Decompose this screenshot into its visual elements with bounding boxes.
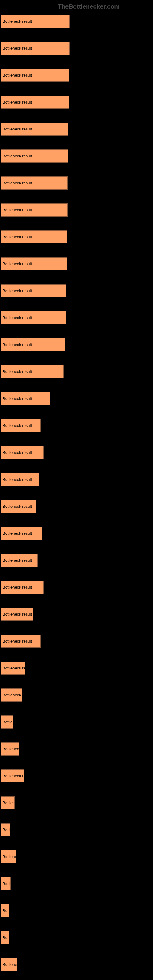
bar-row: Bottleneck result bbox=[1, 419, 153, 432]
bar: Bottleneck result bbox=[1, 365, 64, 378]
bar-label: Bottleneck result bbox=[2, 827, 10, 832]
bar-label: Bottleneck result bbox=[2, 908, 10, 913]
bar-label: Bottleneck result bbox=[2, 369, 32, 374]
bar: Bottleneck result bbox=[1, 500, 36, 513]
bar-row: Bottleneck result bbox=[1, 742, 153, 756]
bar-label: Bottleneck result bbox=[2, 315, 32, 320]
bar: Bottleneck result bbox=[1, 419, 41, 432]
bar-label: Bottleneck result bbox=[2, 531, 32, 536]
bar: Bottleneck result bbox=[1, 473, 39, 486]
bar: Bottleneck result bbox=[1, 689, 22, 702]
bar-label: Bottleneck result bbox=[2, 558, 32, 563]
bar-chart: Bottleneck resultBottleneck resultBottle… bbox=[0, 15, 153, 971]
bar-row: Bottleneck result bbox=[1, 230, 153, 243]
bar-row: Bottleneck result bbox=[1, 338, 153, 351]
bar-label: Bottleneck result bbox=[2, 154, 32, 158]
bar: Bottleneck result bbox=[1, 257, 67, 270]
bar-row: Bottleneck result bbox=[1, 150, 153, 162]
bar: Bottleneck result bbox=[1, 392, 50, 405]
bar: Bottleneck result bbox=[1, 958, 17, 971]
bar: Bottleneck result bbox=[1, 446, 44, 459]
bar-row: Bottleneck result bbox=[1, 365, 153, 378]
bar-row: Bottleneck result bbox=[1, 608, 153, 621]
bar-label: Bottleneck result bbox=[2, 720, 13, 724]
bar-label: Bottleneck result bbox=[2, 935, 10, 940]
bar: Bottleneck result bbox=[1, 877, 11, 890]
bar: Bottleneck result bbox=[1, 715, 13, 729]
bar-row: Bottleneck result bbox=[1, 823, 153, 836]
bar: Bottleneck result bbox=[1, 581, 44, 594]
bar-row: Bottleneck result bbox=[1, 257, 153, 270]
bar-label: Bottleneck result bbox=[2, 342, 32, 347]
bar-row: Bottleneck result bbox=[1, 15, 153, 28]
bar-label: Bottleneck result bbox=[2, 477, 32, 482]
bar: Bottleneck result bbox=[1, 15, 70, 28]
bar-label: Bottleneck result bbox=[2, 881, 11, 886]
bar-row: Bottleneck result bbox=[1, 689, 153, 702]
bar-label: Bottleneck result bbox=[2, 100, 32, 105]
bar-row: Bottleneck result bbox=[1, 850, 153, 863]
bar-row: Bottleneck result bbox=[1, 95, 153, 109]
bar-row: Bottleneck result bbox=[1, 877, 153, 890]
bar-row: Bottleneck result bbox=[1, 769, 153, 783]
bar: Bottleneck result bbox=[1, 823, 10, 836]
bar-row: Bottleneck result bbox=[1, 446, 153, 459]
bar-label: Bottleneck result bbox=[2, 19, 32, 24]
bar-label: Bottleneck result bbox=[2, 73, 32, 78]
bar: Bottleneck result bbox=[1, 204, 68, 216]
bar-row: Bottleneck result bbox=[1, 500, 153, 513]
bar-row: Bottleneck result bbox=[1, 554, 153, 567]
bar-row: Bottleneck result bbox=[1, 931, 153, 944]
bar-label: Bottleneck result bbox=[2, 396, 32, 401]
watermark-text: TheBottlenecker.com bbox=[0, 3, 153, 10]
bar-row: Bottleneck result bbox=[1, 177, 153, 189]
bar-row: Bottleneck result bbox=[1, 958, 153, 971]
bar-row: Bottleneck result bbox=[1, 581, 153, 594]
bar-row: Bottleneck result bbox=[1, 715, 153, 729]
bar-label: Bottleneck result bbox=[2, 773, 24, 778]
bar-label: Bottleneck result bbox=[2, 423, 32, 428]
bar-label: Bottleneck result bbox=[2, 261, 32, 266]
bar-label: Bottleneck result bbox=[2, 235, 32, 239]
bar: Bottleneck result bbox=[1, 527, 42, 540]
bar-label: Bottleneck result bbox=[2, 666, 26, 670]
bar-label: Bottleneck result bbox=[2, 962, 17, 967]
bar: Bottleneck result bbox=[1, 662, 26, 675]
bar: Bottleneck result bbox=[1, 41, 70, 55]
bar-row: Bottleneck result bbox=[1, 796, 153, 810]
bar: Bottleneck result bbox=[1, 742, 19, 756]
bar-label: Bottleneck result bbox=[2, 46, 32, 51]
bar: Bottleneck result bbox=[1, 284, 66, 298]
bar: Bottleneck result bbox=[1, 311, 66, 324]
bar-row: Bottleneck result bbox=[1, 311, 153, 324]
bar-row: Bottleneck result bbox=[1, 904, 153, 917]
bar: Bottleneck result bbox=[1, 554, 38, 567]
bar-label: Bottleneck result bbox=[2, 800, 15, 805]
bar-row: Bottleneck result bbox=[1, 662, 153, 675]
bar-label: Bottleneck result bbox=[2, 181, 32, 185]
bar-label: Bottleneck result bbox=[2, 450, 32, 455]
bar-row: Bottleneck result bbox=[1, 392, 153, 405]
bar: Bottleneck result bbox=[1, 931, 10, 944]
bar: Bottleneck result bbox=[1, 608, 33, 621]
bar-row: Bottleneck result bbox=[1, 204, 153, 216]
bar-label: Bottleneck result bbox=[2, 127, 32, 131]
bar-label: Bottleneck result bbox=[2, 854, 16, 859]
bar-row: Bottleneck result bbox=[1, 123, 153, 136]
bar: Bottleneck result bbox=[1, 338, 65, 351]
bar: Bottleneck result bbox=[1, 177, 68, 189]
bar: Bottleneck result bbox=[1, 796, 15, 810]
bar: Bottleneck result bbox=[1, 68, 69, 82]
bar-label: Bottleneck result bbox=[2, 639, 32, 643]
bar: Bottleneck result bbox=[1, 850, 16, 863]
bar-label: Bottleneck result bbox=[2, 693, 22, 697]
bar: Bottleneck result bbox=[1, 150, 68, 162]
bar-label: Bottleneck result bbox=[2, 208, 32, 212]
bar-label: Bottleneck result bbox=[2, 504, 32, 509]
bar-label: Bottleneck result bbox=[2, 747, 19, 751]
bar-label: Bottleneck result bbox=[2, 585, 32, 590]
bar-label: Bottleneck result bbox=[2, 612, 32, 616]
bar-row: Bottleneck result bbox=[1, 473, 153, 486]
bar: Bottleneck result bbox=[1, 230, 67, 243]
bar: Bottleneck result bbox=[1, 904, 10, 917]
